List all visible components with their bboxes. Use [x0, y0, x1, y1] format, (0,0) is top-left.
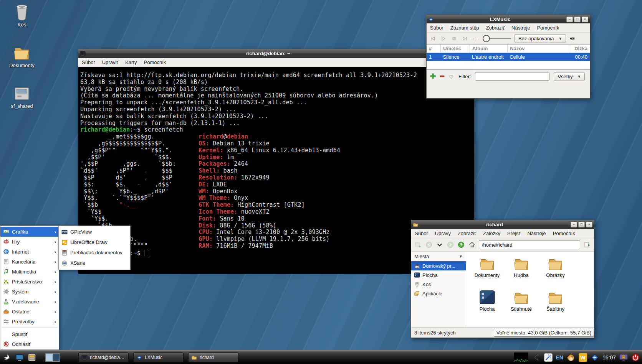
stop-button[interactable] — [451, 36, 457, 41]
nav-forward-button[interactable] — [447, 241, 454, 248]
address-bar[interactable] — [479, 240, 580, 249]
submenu-item-libreoffice-draw[interactable]: LibreOffice Draw — [59, 237, 130, 247]
task-button-lxmusic[interactable]: LXMusic — [133, 352, 184, 362]
menu-item-system[interactable]: Systém› — [0, 287, 59, 296]
screenshot-tool-icon[interactable] — [544, 353, 553, 362]
filter-input[interactable] — [475, 72, 549, 81]
nav-back-button[interactable] — [425, 241, 432, 248]
menu-item-odhlasit[interactable]: Odhlásiť — [0, 339, 59, 349]
filemanager-titlebar[interactable]: richard −□× — [411, 220, 594, 229]
playlist-row[interactable]: 1SilenceL'autre endroitCellule00:40 — [427, 53, 590, 61]
cpu-monitor-icon[interactable] — [513, 352, 529, 362]
menu-item-internet[interactable]: Internet› — [0, 247, 59, 257]
playlist-empty-area[interactable] — [427, 61, 590, 69]
filemanager-menu-zalozky[interactable]: Záložky — [480, 229, 504, 238]
lxmusic-menu-zobrazit[interactable]: Zobraziť — [483, 23, 508, 32]
pager-desktop-2[interactable] — [53, 354, 60, 361]
logout-power-icon[interactable] — [631, 353, 640, 362]
minimize-button[interactable]: − — [566, 16, 573, 22]
desktop-icon-kos[interactable]: Kôš — [6, 2, 38, 31]
menu-item-prislusenstvo[interactable]: Príslušenstvo› — [0, 277, 59, 287]
history-chevron-button[interactable] — [436, 241, 443, 248]
lock-screen-icon[interactable] — [619, 353, 628, 362]
maximize-button[interactable]: □ — [578, 222, 585, 227]
filemanager-menu-upravy[interactable]: Úpravy — [432, 229, 454, 238]
submenu-item-prehliadac-dokumentov[interactable]: Prehliadač dokumentov — [59, 247, 130, 258]
menu-item-multimedia[interactable]: Multimedia› — [0, 267, 59, 277]
terminal-menu-subor[interactable]: Súbor — [78, 58, 99, 67]
clock[interactable]: 16:07 — [602, 354, 616, 361]
menu-item-predvolby[interactable]: Predvoľby› — [0, 316, 59, 326]
slider-knob[interactable] — [483, 35, 490, 42]
filemanager-menu-zobrazit[interactable]: Zobraziť — [454, 229, 480, 238]
add-track-button[interactable]: ✚ — [430, 73, 436, 79]
remove-track-button[interactable]: ━ — [440, 74, 444, 79]
sidebar-item-domovsky-pr[interactable]: Domovský pr... — [411, 261, 466, 270]
file-item-plocha[interactable]: Plocha — [470, 288, 504, 322]
screen-launcher[interactable] — [15, 352, 25, 362]
maximize-button[interactable]: □ — [574, 16, 581, 22]
wine-applet-icon[interactable]: W — [579, 353, 587, 362]
menu-item-hry[interactable]: Hry› — [0, 237, 59, 247]
filemanager-menu-subor[interactable]: Súbor — [411, 229, 432, 238]
close-button[interactable]: × — [586, 222, 592, 227]
filemanager-menu-prejst[interactable]: Prejsť — [504, 229, 524, 238]
speaker-icon[interactable] — [569, 36, 575, 41]
column-header-umelec[interactable]: Umelec — [441, 44, 470, 53]
submenu-item-gpicview[interactable]: GPicView — [59, 227, 130, 237]
submenu-item-xsane[interactable]: XSane — [59, 258, 130, 268]
desktop-icon-dokumenty[interactable]: Dokumenty — [6, 43, 38, 71]
keyboard-layout[interactable]: EN — [556, 354, 563, 361]
lxmusic-titlebar[interactable]: LXMusic −□× — [427, 15, 590, 23]
minimize-button[interactable]: − — [571, 222, 577, 227]
pufferfish-applet-icon[interactable] — [567, 353, 575, 362]
file-item-dokumenty[interactable]: Dokumenty — [470, 255, 504, 288]
menu-item-vzdelavanie[interactable]: Vzdelávanie› — [0, 296, 59, 306]
next-button[interactable] — [462, 36, 468, 41]
column-header-num[interactable]: # — [427, 44, 441, 53]
new-tab-button[interactable] — [415, 241, 422, 248]
play-button[interactable] — [440, 36, 446, 41]
previous-button[interactable] — [430, 36, 435, 41]
lxmusic-tray-icon[interactable] — [591, 353, 599, 362]
column-header-dlzka[interactable]: Dĺžka — [570, 44, 590, 53]
nav-home-button[interactable] — [468, 241, 475, 248]
file-item-hudba[interactable]: Hudba — [505, 255, 538, 288]
seek-slider[interactable] — [483, 35, 511, 42]
task-button-richard[interactable]: richard — [188, 352, 238, 362]
desktop-pager[interactable] — [45, 353, 60, 362]
lxmusic-menu-nastroje[interactable]: Nástroje — [508, 23, 533, 32]
lxmusic-menu-subor[interactable]: Súbor — [427, 23, 447, 32]
close-button[interactable]: × — [582, 16, 588, 22]
file-item-sablony[interactable]: Šablóny — [539, 288, 572, 322]
nav-up-button[interactable] — [458, 241, 465, 248]
terminal-menu-karty[interactable]: Karty — [122, 58, 140, 67]
menu-item-kancelaria[interactable]: Kancelária› — [0, 257, 59, 267]
menu-item-spustit[interactable]: Spustiť — [0, 329, 59, 339]
menu-item-ostatne[interactable]: Ostatné› — [0, 306, 59, 316]
playlist-heart-icon[interactable] — [448, 74, 454, 79]
terminal-titlebar[interactable]: richard@debian: ~ −□× — [78, 49, 474, 58]
file-item-obrazky[interactable]: Obrázky — [539, 255, 572, 288]
file-manager-launcher[interactable] — [27, 352, 37, 362]
sidebar-item-kos[interactable]: Kôš — [411, 280, 466, 289]
menu-item-grafika[interactable]: Grafika› — [0, 227, 59, 237]
desktop-icon-sf-shared[interactable]: sf_shared — [6, 84, 38, 112]
terminal-menu-upravit[interactable]: Upraviť — [99, 58, 122, 67]
file-item-stiahnute[interactable]: Stiahnuté — [505, 288, 538, 322]
sidebar-item-plocha[interactable]: Plocha — [411, 270, 466, 280]
repeat-mode-dropdown[interactable]: Bez opakovania▼ — [515, 34, 566, 43]
pager-desktop-1[interactable] — [46, 354, 53, 361]
playlist-header-row[interactable]: #UmelecAlbumNázovDĺžka — [427, 44, 590, 53]
task-button-richard-debian[interactable]: richard@debian... — [78, 352, 129, 362]
bookmark-side-icon[interactable] — [584, 241, 591, 248]
column-header-nazov[interactable]: Názov — [508, 44, 570, 53]
lxmusic-menu-pomocnik[interactable]: Pomocník — [534, 23, 563, 32]
filter-scope-dropdown[interactable]: Všetky▼ — [554, 72, 585, 81]
filemanager-menu-pomocnik[interactable]: Pomocník — [549, 229, 579, 238]
places-header[interactable]: Miesta▼ — [411, 252, 466, 261]
terminal-menu-pomocnik[interactable]: Pomocník — [141, 58, 170, 67]
volume-arrow-icon[interactable] — [532, 353, 541, 362]
filemanager-menu-nastroje[interactable]: Nástroje — [524, 229, 549, 238]
sidebar-item-aplikacie[interactable]: Aplikácie — [411, 289, 466, 298]
